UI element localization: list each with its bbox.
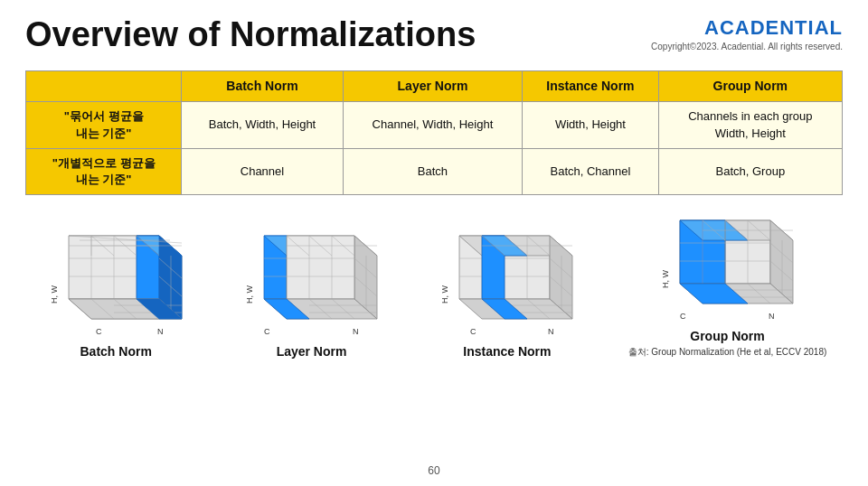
diagram-batch: H, W C N [42, 220, 191, 359]
svg-text:N: N [769, 312, 775, 321]
table-row2-group: Batch, Group [658, 148, 842, 194]
brand-block: ACADENTIAL Copyright©2023. Acadential. A… [651, 16, 843, 51]
table-row2-label: "개별적으로 평균을내는 기준" [26, 148, 182, 194]
table-row1-batch: Batch, Width, Height [182, 102, 343, 148]
diagram-group-label: Group Norm [690, 329, 764, 343]
diagrams-section: H, W C N [18, 204, 850, 362]
table-row1-group: Channels in each groupWidth, Height [658, 102, 842, 148]
normalization-table: Batch Norm Layer Norm Instance Norm Grou… [25, 70, 843, 195]
svg-text:C: C [264, 327, 270, 336]
table-row1-instance: Width, Height [523, 102, 658, 148]
svg-text:H, W: H, W [440, 285, 449, 304]
table-header-instance: Instance Norm [523, 70, 658, 102]
diagram-instance-label: Instance Norm [463, 344, 551, 359]
page-title: Overview of Normalizations [25, 16, 476, 54]
header: Overview of Normalizations ACADENTIAL Co… [0, 0, 868, 54]
table-row-1: "묶어서 평균을내는 기준" Batch, Width, Height Chan… [26, 102, 843, 148]
svg-text:H, W: H, W [661, 270, 670, 289]
svg-text:N: N [353, 327, 359, 336]
table-row2-batch: Channel [182, 148, 343, 194]
cube-batch: H, W C N [42, 220, 191, 341]
table-row2-instance: Batch, Channel [523, 148, 658, 194]
cube-group: H, W C N [653, 204, 802, 325]
svg-text:C: C [470, 327, 476, 336]
diagram-batch-label: Batch Norm [80, 344, 151, 359]
table-header-empty [26, 70, 182, 102]
table-row1-layer: Channel, Width, Height [343, 102, 522, 148]
table-header-group: Group Norm [658, 70, 842, 102]
table-row-2: "개별적으로 평균을내는 기준" Channel Batch Batch, Ch… [26, 148, 843, 194]
diagram-layer: H, W C N [237, 220, 386, 359]
svg-text:H, W: H, W [245, 285, 254, 304]
svg-text:C: C [96, 327, 102, 336]
brand-name: ACADENTIAL [651, 16, 843, 40]
page-number: 60 [428, 464, 439, 477]
diagram-instance: H, W C N [432, 220, 581, 359]
source-citation: 출처: Group Normalization (He et al, ECCV … [628, 346, 827, 359]
diagram-layer-label: Layer Norm [277, 344, 347, 359]
svg-marker-45 [287, 236, 354, 299]
cube-instance: H, W C N [432, 220, 581, 341]
svg-text:C: C [680, 312, 686, 321]
table-header-layer: Layer Norm [343, 70, 522, 102]
brand-copyright: Copyright©2023. Acadential. All rights r… [651, 42, 843, 51]
cube-layer: H, W C N [237, 220, 386, 341]
table-header-batch: Batch Norm [182, 70, 343, 102]
table-container: Batch Norm Layer Norm Instance Norm Grou… [25, 70, 843, 195]
table-row2-layer: Batch [343, 148, 522, 194]
svg-text:N: N [157, 327, 164, 336]
diagram-group: H, W C N [628, 204, 827, 359]
svg-text:N: N [548, 327, 554, 336]
table-row1-label: "묶어서 평균을내는 기준" [26, 102, 182, 148]
svg-text:H, W: H, W [50, 285, 59, 304]
